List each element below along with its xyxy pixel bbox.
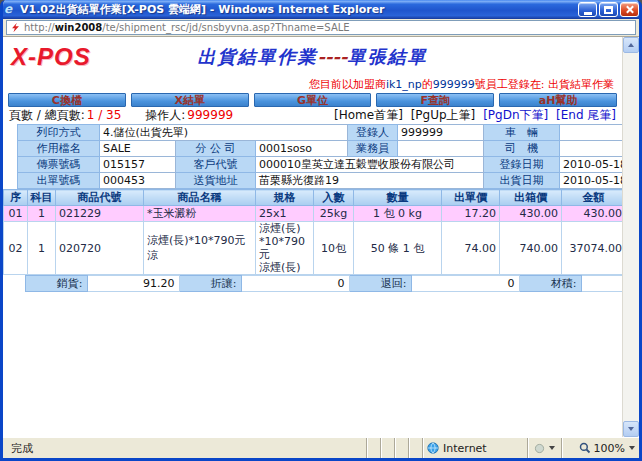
cell-unit-price[interactable]: 74.00	[442, 222, 500, 275]
cell-amount[interactable]: 37074.00	[562, 222, 623, 275]
page-title: 出貨結單作業----單張結單	[3, 45, 622, 69]
tab-unit[interactable]: G單位	[254, 93, 372, 107]
cell-box-price[interactable]: 740.00	[500, 222, 562, 275]
cell-spec[interactable]: 涼煙(長) *10*790元 涼煙(長)	[256, 222, 314, 275]
cell-product-code[interactable]: 020720	[56, 222, 144, 275]
customer-code-field[interactable]: 000010皇英立達五穀豐收股份有限公司	[256, 157, 484, 173]
table-row[interactable]: 02 1 020720 涼煙(長)*10*790元涼 涼煙(長) *10*790…	[4, 222, 623, 275]
ship-date-field[interactable]: 2010-05-18	[560, 173, 622, 189]
nav-home-first[interactable]: [Home首筆]	[334, 108, 403, 122]
zoom-level-label: 100%	[594, 442, 625, 455]
page-title-dashes: ----	[318, 46, 348, 67]
tab-change-file[interactable]: C換檔	[8, 93, 126, 107]
login-merchant-id: ik1_np	[386, 78, 422, 91]
ship-date-label: 出貨日期	[484, 173, 560, 189]
maximize-icon	[604, 6, 613, 14]
login-message: 您目前以加盟商ik1_np的999999號員工登錄在: 出貨結單作業	[3, 77, 622, 92]
url-host: win2008	[55, 22, 103, 33]
cell-subject[interactable]: 1	[28, 206, 56, 222]
cell-units[interactable]: 10包	[314, 222, 354, 275]
url-prefix: http://	[24, 22, 55, 33]
scrollbar-track[interactable]	[623, 53, 639, 421]
status-panel-4	[408, 438, 422, 458]
driver-field[interactable]	[560, 141, 622, 157]
internet-explorer-icon: e	[4, 3, 17, 16]
security-zone-panel: Internet	[422, 438, 527, 458]
driver-label: 司 機	[484, 141, 560, 157]
status-panel-1	[366, 438, 380, 458]
favicon-flash-icon	[10, 22, 21, 33]
url-path: /te/shipment_rsc/jd/snsbyvna.asp?Thname=…	[102, 22, 349, 33]
cell-seq[interactable]: 01	[4, 206, 28, 222]
cell-unit-price[interactable]: 17.20	[442, 206, 500, 222]
customer-code-label: 客戶代號	[176, 157, 256, 173]
phishing-filter-icon	[534, 443, 545, 454]
nav-end-last[interactable]: [End 尾筆]	[556, 108, 616, 122]
delivery-address-field[interactable]: 苗栗縣光復路19	[256, 173, 484, 189]
cell-seq[interactable]: 02	[4, 222, 28, 275]
print-mode-label: 列印方式	[18, 125, 100, 141]
login-prefix: 您目前以加盟商	[309, 78, 386, 91]
zoom-dropdown-arrow-icon	[629, 446, 635, 450]
cell-quantity[interactable]: 1 包 0 kg	[354, 206, 442, 222]
close-button[interactable]	[620, 2, 639, 17]
cell-product-code[interactable]: 021229	[56, 206, 144, 222]
login-user-field[interactable]: 999999	[398, 125, 484, 141]
page-content: X-POS 出貨結單作業----單張結單 您目前以加盟商ik1_np的99999…	[3, 37, 622, 437]
menu-tab-bar: C換檔 X結單 G單位 F查詢 aH幫助	[3, 92, 622, 108]
window-title: V1.02出貨結單作業[X-POS 雲端網] - Windows Interne…	[20, 2, 578, 17]
record-nav-links: [Home首筆] [PgUp上筆] [PgDn下筆] [End 尾筆]	[330, 107, 616, 124]
cell-spec[interactable]: 25x1	[256, 206, 314, 222]
scroll-up-icon	[628, 43, 634, 47]
nav-pgup-prev[interactable]: [PgUp上筆]	[411, 108, 476, 122]
branch-label: 分 公 司	[176, 141, 256, 157]
vertical-scrollbar[interactable]	[622, 37, 639, 437]
cell-product-name[interactable]: *玉米澱粉	[144, 206, 256, 222]
col-header-seq: 序	[4, 190, 28, 206]
cell-amount[interactable]: 430.00	[562, 206, 623, 222]
branch-field[interactable]: 0001soso	[256, 141, 348, 157]
scroll-down-button[interactable]	[623, 421, 639, 437]
order-header-form: 列印方式 4.儲位(出貨先單) 登錄人 999999 車 輛 作用檔名 SALE…	[3, 123, 622, 189]
dropdown-arrow-icon	[549, 446, 555, 450]
return-label: 退回:	[349, 276, 411, 292]
tab-settle[interactable]: X結單	[131, 93, 249, 107]
print-mode-field[interactable]: 4.儲位(出貨先單)	[100, 125, 348, 141]
page-actions-panel[interactable]	[527, 438, 561, 458]
url-input[interactable]: http://win2008/te/shipment_rsc/jd/snsbyv…	[6, 20, 636, 35]
maximize-button[interactable]	[599, 2, 618, 17]
status-text: 完成	[3, 441, 366, 456]
browser-window: e V1.02出貨結單作業[X-POS 雲端網] - Windows Inter…	[0, 0, 642, 461]
title-bar: e V1.02出貨結單作業[X-POS 雲端網] - Windows Inter…	[0, 0, 642, 19]
cell-quantity[interactable]: 50 條 1 包	[354, 222, 442, 275]
page-count-label: 頁數 / 總頁數:	[9, 108, 85, 122]
page-empty-area	[3, 292, 622, 437]
register-date-field[interactable]: 2010-05-18	[560, 157, 622, 173]
zoom-control[interactable]: 100%	[561, 438, 639, 458]
col-header-unit-price: 出單價	[442, 190, 500, 206]
page-count-value: 1 / 35	[87, 108, 122, 122]
nav-pgdn-next[interactable]: [PgDn下筆]	[483, 108, 548, 122]
discount-label: 折讓:	[179, 276, 241, 292]
voucher-number-field[interactable]: 015157	[100, 157, 176, 173]
cell-units[interactable]: 25kg	[314, 206, 354, 222]
sales-total-label: 銷貨:	[25, 276, 87, 292]
cell-subject[interactable]: 1	[28, 222, 56, 275]
minimize-button[interactable]	[578, 2, 597, 17]
voucher-number-label: 傳票號碼	[18, 157, 100, 173]
address-bar: http://win2008/te/shipment_rsc/jd/snsbyv…	[3, 19, 639, 37]
internet-globe-icon	[427, 442, 439, 454]
tab-query[interactable]: F查詢	[376, 93, 494, 107]
sales-total-value: 91.20	[87, 276, 179, 292]
scroll-up-button[interactable]	[623, 37, 639, 53]
salesman-field[interactable]	[398, 141, 484, 157]
cell-product-name[interactable]: 涼煙(長)*10*790元涼	[144, 222, 256, 275]
active-file-field[interactable]: SALE	[100, 141, 176, 157]
cell-box-price[interactable]: 430.00	[500, 206, 562, 222]
order-number-field[interactable]: 000453	[100, 173, 176, 189]
vehicle-field[interactable]	[560, 125, 622, 141]
table-row[interactable]: 01 1 021229 *玉米澱粉 25x1 25kg 1 包 0 kg 17.…	[4, 206, 623, 222]
tab-help[interactable]: aH幫助	[499, 93, 617, 107]
login-page-name: 出貨結單作業	[548, 78, 614, 91]
col-header-subject: 科目	[28, 190, 56, 206]
